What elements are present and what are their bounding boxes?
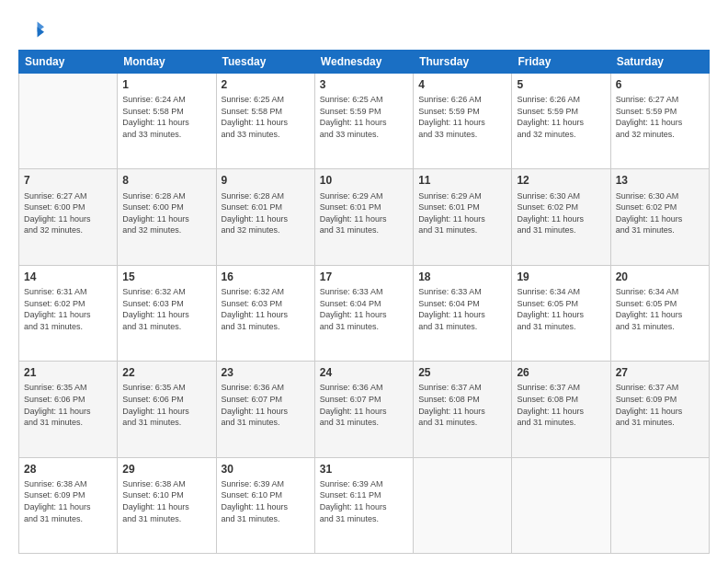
day-number: 7 bbox=[24, 173, 112, 188]
calendar-cell: 13Sunrise: 6:30 AM Sunset: 6:02 PM Dayli… bbox=[610, 169, 709, 265]
day-info: Sunrise: 6:30 AM Sunset: 6:02 PM Dayligh… bbox=[616, 190, 704, 236]
day-info: Sunrise: 6:27 AM Sunset: 6:00 PM Dayligh… bbox=[24, 190, 112, 236]
day-info: Sunrise: 6:36 AM Sunset: 6:07 PM Dayligh… bbox=[320, 382, 408, 428]
day-info: Sunrise: 6:37 AM Sunset: 6:08 PM Dayligh… bbox=[418, 382, 506, 428]
day-number: 9 bbox=[222, 173, 310, 188]
day-number: 30 bbox=[222, 462, 310, 477]
day-number: 25 bbox=[418, 365, 506, 380]
header bbox=[18, 17, 710, 42]
day-number: 5 bbox=[517, 77, 605, 92]
calendar-cell: 25Sunrise: 6:37 AM Sunset: 6:08 PM Dayli… bbox=[414, 362, 512, 457]
calendar-cell: 20Sunrise: 6:34 AM Sunset: 6:05 PM Dayli… bbox=[610, 265, 709, 361]
day-number: 23 bbox=[222, 365, 310, 380]
weekday-header: Sunday bbox=[19, 51, 118, 74]
day-info: Sunrise: 6:32 AM Sunset: 6:03 PM Dayligh… bbox=[122, 286, 210, 332]
day-info: Sunrise: 6:35 AM Sunset: 6:06 PM Dayligh… bbox=[122, 382, 210, 428]
day-number: 28 bbox=[24, 462, 112, 477]
day-number: 27 bbox=[616, 365, 704, 380]
day-number: 17 bbox=[320, 270, 408, 284]
calendar-cell bbox=[414, 457, 512, 553]
day-info: Sunrise: 6:34 AM Sunset: 6:05 PM Dayligh… bbox=[517, 286, 605, 332]
day-number: 13 bbox=[616, 173, 704, 188]
calendar-cell: 31Sunrise: 6:39 AM Sunset: 6:11 PM Dayli… bbox=[314, 457, 413, 553]
weekday-header: Monday bbox=[118, 51, 216, 74]
day-number: 31 bbox=[320, 462, 408, 477]
day-info: Sunrise: 6:29 AM Sunset: 6:01 PM Dayligh… bbox=[418, 190, 506, 236]
day-number: 11 bbox=[418, 173, 506, 188]
calendar-cell: 10Sunrise: 6:29 AM Sunset: 6:01 PM Dayli… bbox=[314, 169, 413, 265]
day-info: Sunrise: 6:25 AM Sunset: 5:58 PM Dayligh… bbox=[222, 94, 310, 140]
day-info: Sunrise: 6:33 AM Sunset: 6:04 PM Dayligh… bbox=[320, 286, 408, 332]
day-number: 2 bbox=[222, 77, 310, 92]
day-info: Sunrise: 6:25 AM Sunset: 5:59 PM Dayligh… bbox=[320, 94, 408, 140]
day-number: 18 bbox=[418, 270, 506, 284]
calendar-cell: 11Sunrise: 6:29 AM Sunset: 6:01 PM Dayli… bbox=[414, 169, 512, 265]
calendar-cell: 29Sunrise: 6:38 AM Sunset: 6:10 PM Dayli… bbox=[118, 457, 216, 553]
weekday-header: Thursday bbox=[414, 51, 512, 74]
calendar-cell: 15Sunrise: 6:32 AM Sunset: 6:03 PM Dayli… bbox=[118, 265, 216, 361]
day-info: Sunrise: 6:26 AM Sunset: 5:59 PM Dayligh… bbox=[517, 94, 605, 140]
day-info: Sunrise: 6:24 AM Sunset: 5:58 PM Dayligh… bbox=[122, 94, 210, 140]
calendar-cell: 6Sunrise: 6:27 AM Sunset: 5:59 PM Daylig… bbox=[610, 74, 709, 169]
day-number: 26 bbox=[517, 365, 605, 380]
weekday-header: Wednesday bbox=[314, 51, 413, 74]
day-number: 20 bbox=[616, 270, 704, 284]
calendar-cell: 23Sunrise: 6:36 AM Sunset: 6:07 PM Dayli… bbox=[216, 362, 314, 457]
calendar-cell bbox=[610, 457, 709, 553]
calendar-cell bbox=[512, 457, 610, 553]
day-info: Sunrise: 6:28 AM Sunset: 6:01 PM Dayligh… bbox=[222, 190, 310, 236]
calendar-cell: 9Sunrise: 6:28 AM Sunset: 6:01 PM Daylig… bbox=[216, 169, 314, 265]
day-number: 24 bbox=[320, 365, 408, 380]
weekday-header: Saturday bbox=[610, 51, 709, 74]
day-info: Sunrise: 6:32 AM Sunset: 6:03 PM Dayligh… bbox=[222, 286, 310, 332]
logo-icon bbox=[18, 17, 44, 42]
logo bbox=[18, 17, 48, 42]
calendar-cell: 28Sunrise: 6:38 AM Sunset: 6:09 PM Dayli… bbox=[19, 457, 118, 553]
calendar-cell: 19Sunrise: 6:34 AM Sunset: 6:05 PM Dayli… bbox=[512, 265, 610, 361]
weekday-header: Tuesday bbox=[216, 51, 314, 74]
day-info: Sunrise: 6:36 AM Sunset: 6:07 PM Dayligh… bbox=[222, 382, 310, 428]
day-info: Sunrise: 6:35 AM Sunset: 6:06 PM Dayligh… bbox=[24, 382, 112, 428]
day-info: Sunrise: 6:37 AM Sunset: 6:08 PM Dayligh… bbox=[517, 382, 605, 428]
calendar-cell: 30Sunrise: 6:39 AM Sunset: 6:10 PM Dayli… bbox=[216, 457, 314, 553]
calendar-cell: 3Sunrise: 6:25 AM Sunset: 5:59 PM Daylig… bbox=[314, 74, 413, 169]
day-number: 14 bbox=[24, 270, 112, 284]
calendar: SundayMondayTuesdayWednesdayThursdayFrid… bbox=[18, 50, 710, 554]
day-number: 15 bbox=[122, 270, 210, 284]
calendar-cell: 24Sunrise: 6:36 AM Sunset: 6:07 PM Dayli… bbox=[314, 362, 413, 457]
calendar-cell bbox=[19, 74, 118, 169]
day-info: Sunrise: 6:38 AM Sunset: 6:10 PM Dayligh… bbox=[122, 478, 210, 524]
day-number: 8 bbox=[122, 173, 210, 188]
page: SundayMondayTuesdayWednesdayThursdayFrid… bbox=[0, 0, 728, 563]
day-info: Sunrise: 6:39 AM Sunset: 6:11 PM Dayligh… bbox=[320, 478, 408, 524]
calendar-cell: 26Sunrise: 6:37 AM Sunset: 6:08 PM Dayli… bbox=[512, 362, 610, 457]
day-number: 16 bbox=[222, 270, 310, 284]
calendar-cell: 12Sunrise: 6:30 AM Sunset: 6:02 PM Dayli… bbox=[512, 169, 610, 265]
calendar-cell: 27Sunrise: 6:37 AM Sunset: 6:09 PM Dayli… bbox=[610, 362, 709, 457]
calendar-cell: 2Sunrise: 6:25 AM Sunset: 5:58 PM Daylig… bbox=[216, 74, 314, 169]
day-number: 3 bbox=[320, 77, 408, 92]
day-number: 19 bbox=[517, 270, 605, 284]
day-info: Sunrise: 6:27 AM Sunset: 5:59 PM Dayligh… bbox=[616, 94, 704, 140]
calendar-cell: 1Sunrise: 6:24 AM Sunset: 5:58 PM Daylig… bbox=[118, 74, 216, 169]
day-info: Sunrise: 6:31 AM Sunset: 6:02 PM Dayligh… bbox=[24, 286, 112, 332]
calendar-cell: 8Sunrise: 6:28 AM Sunset: 6:00 PM Daylig… bbox=[118, 169, 216, 265]
day-info: Sunrise: 6:38 AM Sunset: 6:09 PM Dayligh… bbox=[24, 478, 112, 524]
day-number: 22 bbox=[122, 365, 210, 380]
day-info: Sunrise: 6:28 AM Sunset: 6:00 PM Dayligh… bbox=[122, 190, 210, 236]
day-number: 21 bbox=[24, 365, 112, 380]
day-number: 29 bbox=[122, 462, 210, 477]
day-info: Sunrise: 6:39 AM Sunset: 6:10 PM Dayligh… bbox=[222, 478, 310, 524]
day-info: Sunrise: 6:33 AM Sunset: 6:04 PM Dayligh… bbox=[418, 286, 506, 332]
day-info: Sunrise: 6:26 AM Sunset: 5:59 PM Dayligh… bbox=[418, 94, 506, 140]
day-number: 12 bbox=[517, 173, 605, 188]
calendar-cell: 5Sunrise: 6:26 AM Sunset: 5:59 PM Daylig… bbox=[512, 74, 610, 169]
calendar-cell: 14Sunrise: 6:31 AM Sunset: 6:02 PM Dayli… bbox=[19, 265, 118, 361]
day-number: 4 bbox=[418, 77, 506, 92]
calendar-cell: 16Sunrise: 6:32 AM Sunset: 6:03 PM Dayli… bbox=[216, 265, 314, 361]
calendar-cell: 22Sunrise: 6:35 AM Sunset: 6:06 PM Dayli… bbox=[118, 362, 216, 457]
calendar-cell: 18Sunrise: 6:33 AM Sunset: 6:04 PM Dayli… bbox=[414, 265, 512, 361]
day-info: Sunrise: 6:30 AM Sunset: 6:02 PM Dayligh… bbox=[517, 190, 605, 236]
day-info: Sunrise: 6:37 AM Sunset: 6:09 PM Dayligh… bbox=[616, 382, 704, 428]
day-number: 10 bbox=[320, 173, 408, 188]
